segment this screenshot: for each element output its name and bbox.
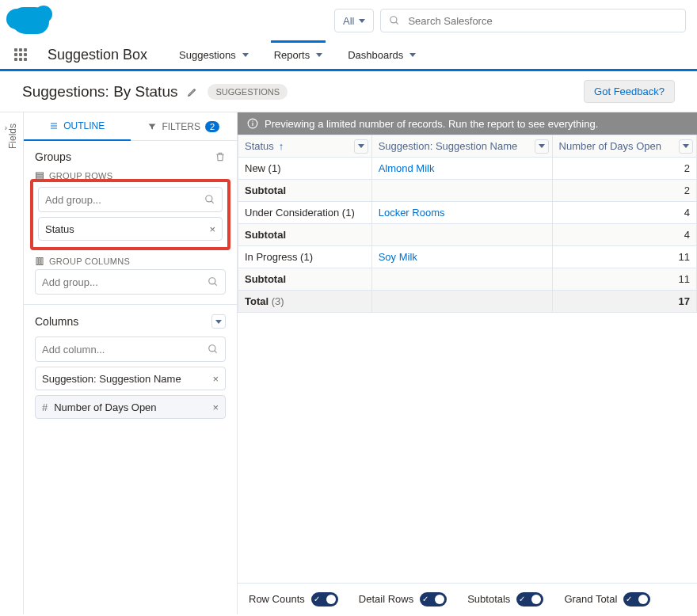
column-chip-name[interactable]: Suggestion: Suggestion Name ×: [35, 367, 226, 390]
columns-panel: Columns Suggestion: Suggestion Name × # …: [24, 305, 237, 428]
delete-groups-icon[interactable]: [215, 151, 226, 162]
svg-rect-7: [36, 177, 44, 179]
preview-banner: Previewing a limited number of records. …: [238, 112, 697, 135]
column-menu[interactable]: [535, 139, 549, 154]
columns-heading: Columns: [35, 315, 78, 328]
toggle-detail-rows[interactable]: ✓: [420, 592, 447, 606]
sidebar-tab-outline[interactable]: OUTLINE: [24, 112, 131, 141]
chevron-down-icon[interactable]: [409, 53, 416, 57]
cell-name[interactable]: Locker Rooms: [371, 202, 552, 224]
toggle-label: Row Counts: [249, 593, 305, 605]
global-search[interactable]: [380, 9, 686, 32]
chevron-down-icon: [215, 320, 222, 324]
svg-point-0: [390, 17, 397, 23]
tab-label: Reports: [274, 49, 310, 61]
col-header-status[interactable]: Status ↑: [238, 135, 372, 158]
chevron-down-icon[interactable]: [316, 53, 322, 57]
chevron-down-icon: [683, 144, 689, 148]
preview-table: Status ↑ Suggestion: Suggestion Name Num…: [238, 135, 697, 313]
toggle-label: Subtotals: [467, 593, 510, 605]
column-chip-days[interactable]: # Number of Days Open ×: [35, 395, 226, 419]
info-icon: [247, 118, 258, 129]
column-menu[interactable]: [354, 139, 368, 154]
remove-chip-icon[interactable]: ×: [209, 223, 215, 235]
add-group-field[interactable]: [42, 276, 201, 288]
cell-total-days: 17: [552, 291, 696, 313]
title-bar: Suggestions: By Status SUGGESTIONS Got F…: [0, 71, 697, 112]
remove-chip-icon[interactable]: ×: [212, 373, 219, 385]
tab-suggestions[interactable]: Suggestions: [176, 43, 252, 68]
search-icon: [389, 15, 400, 26]
search-scope-label: All: [343, 15, 354, 27]
remove-chip-icon[interactable]: ×: [212, 401, 219, 413]
preview-toggles: Row Counts ✓ Detail Rows ✓ Subtotals ✓ G…: [238, 583, 697, 614]
column-menu[interactable]: [679, 139, 693, 154]
page-title: Suggestions: By Status: [22, 83, 177, 101]
col-header-name[interactable]: Suggestion: Suggestion Name: [371, 135, 552, 158]
toggle-subtotals[interactable]: ✓: [516, 592, 543, 606]
svg-point-13: [209, 278, 215, 284]
add-group-field[interactable]: [45, 194, 198, 206]
search-input[interactable]: [408, 15, 677, 27]
number-icon: #: [42, 401, 48, 413]
columns-menu[interactable]: [211, 314, 226, 329]
report-sidebar: OUTLINE FILTERS 2 Groups GROUP ROWS: [24, 112, 238, 614]
table-row: In Progress (1)Soy Milk11: [238, 246, 697, 268]
app-nav: Suggestion Box Suggestions Reports Dashb…: [0, 41, 697, 71]
tab-reports[interactable]: Reports: [271, 40, 326, 68]
svg-line-9: [211, 201, 214, 203]
cell-status: Under Consideration (1): [238, 202, 372, 224]
add-group-rows-input[interactable]: [38, 187, 223, 212]
add-column-input[interactable]: [35, 337, 226, 362]
col-header-days[interactable]: Number of Days Open: [552, 135, 696, 158]
cell-status: New (1): [238, 158, 372, 180]
fields-rail-label: Fields: [7, 124, 18, 149]
cell-days: 2: [552, 158, 696, 180]
sidebar-tab-filters[interactable]: FILTERS 2: [131, 112, 238, 140]
toggle-row-counts[interactable]: ✓: [311, 592, 338, 606]
columns-icon: [35, 257, 44, 266]
chip-label: Status: [45, 223, 74, 235]
filters-count-badge: 2: [205, 121, 219, 132]
add-column-field[interactable]: [42, 344, 201, 356]
search-scope[interactable]: All: [334, 9, 374, 32]
report-type-pill: SUGGESTIONS: [208, 84, 288, 100]
outline-icon: [49, 121, 59, 131]
toggle-grand-total[interactable]: ✓: [623, 592, 650, 606]
svg-point-15: [209, 345, 215, 352]
search-icon: [208, 276, 219, 287]
banner-text: Previewing a limited number of records. …: [265, 118, 598, 130]
groups-heading: Groups: [35, 150, 71, 163]
cell-name[interactable]: Soy Milk: [371, 246, 552, 268]
add-group-columns-input[interactable]: [35, 269, 226, 295]
cell-days: 2: [552, 180, 696, 202]
table-row: Subtotal11: [238, 268, 697, 291]
fields-rail[interactable]: › Fields: [0, 112, 24, 614]
svg-rect-18: [252, 123, 253, 126]
svg-line-16: [215, 351, 217, 353]
tab-label: Dashboards: [348, 49, 403, 61]
chevron-down-icon[interactable]: [242, 53, 249, 57]
svg-rect-6: [36, 175, 44, 177]
group-chip-status[interactable]: Status ×: [38, 217, 223, 241]
cell-days: 11: [552, 268, 696, 291]
cell-days: 11: [552, 246, 696, 268]
svg-rect-5: [36, 173, 44, 174]
feedback-button[interactable]: Got Feedback?: [584, 80, 675, 103]
tab-label: OUTLINE: [63, 120, 105, 131]
tab-label: FILTERS: [162, 121, 200, 132]
cell-days: 4: [552, 224, 696, 246]
svg-rect-10: [36, 258, 38, 265]
report-preview: Previewing a limited number of records. …: [238, 112, 697, 614]
cell-name[interactable]: Almond Milk: [371, 158, 552, 180]
cell-name: [371, 224, 552, 246]
cell-name: [371, 180, 552, 202]
tab-dashboards[interactable]: Dashboards: [345, 43, 419, 68]
edit-title-icon[interactable]: [187, 86, 198, 97]
toggle-label: Grand Total: [564, 593, 617, 605]
chevron-down-icon: [359, 19, 365, 23]
group-columns-label: GROUP COLUMNS: [35, 257, 226, 266]
sort-asc-icon: ↑: [279, 140, 284, 152]
tab-label: Suggestions: [179, 49, 236, 61]
app-launcher-icon[interactable]: [14, 48, 29, 63]
